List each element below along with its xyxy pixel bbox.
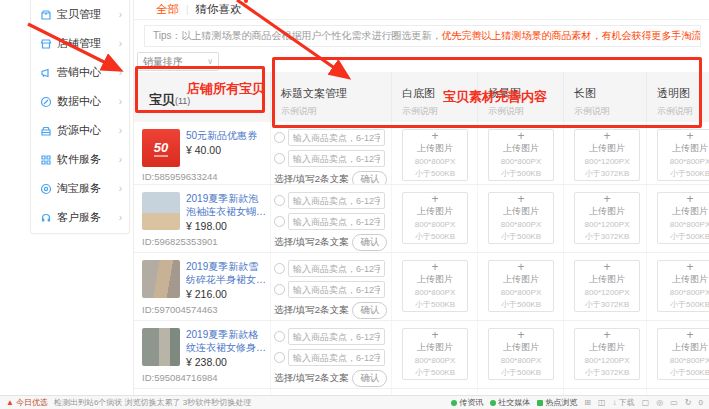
- upload-image-button[interactable]: + 上传图片 800*1200PX 小于3072KB: [574, 328, 640, 380]
- copy-checkbox[interactable]: [274, 284, 285, 295]
- sidebar-item-label: 店铺管理: [57, 36, 119, 51]
- upload-spec-size: 800*1200PX: [585, 220, 630, 230]
- scene-upload-cell: + 上传图片 800*800PX 小于500KB: [478, 321, 564, 388]
- selling-point-input[interactable]: [288, 192, 385, 209]
- upload-spec-size: 800*1200PX: [585, 157, 630, 167]
- upload-label: 上传图片: [417, 205, 453, 218]
- selling-point-input[interactable]: [288, 328, 385, 345]
- upload-image-button[interactable]: + 上传图片 800*800PX 小于500KB: [402, 260, 468, 312]
- upload-spec-size: 800*800PX: [415, 157, 455, 167]
- upload-spec-size: 800*800PX: [670, 356, 709, 366]
- product-thumbnail[interactable]: [142, 328, 180, 366]
- tab-all[interactable]: 全部: [156, 2, 179, 17]
- upload-image-button[interactable]: + 上传图片 800*800PX 小于500KB: [488, 192, 554, 244]
- store-icon: [40, 125, 52, 137]
- confirm-button[interactable]: 确认: [352, 302, 387, 319]
- product-title-link[interactable]: 50元新品优惠券: [186, 129, 257, 142]
- upload-image-button[interactable]: + 上传图片 800*800PX 小于500KB: [657, 328, 709, 380]
- upload-spec-size: 800*800PX: [670, 288, 709, 298]
- shop-icon: [40, 38, 52, 50]
- upload-image-button[interactable]: + 上传图片 800*800PX 小于500KB: [488, 129, 554, 181]
- upload-label: 上传图片: [672, 205, 708, 218]
- long-upload-cell: + 上传图片 800*1200PX 小于3072KB: [564, 185, 647, 252]
- product-title-link[interactable]: 2019夏季新款格纹连衣裙女修身显瘦小众网红款: [186, 328, 266, 354]
- upload-label: 上传图片: [672, 273, 708, 286]
- selling-point-input[interactable]: [288, 150, 385, 167]
- upload-image-button[interactable]: + 上传图片 800*1200PX 小于3072KB: [574, 260, 640, 312]
- product-id: ID:585959633244: [142, 171, 266, 182]
- copy-checkbox[interactable]: [274, 132, 285, 143]
- upload-image-button[interactable]: + 上传图片 800*1200PX 小于3072KB: [574, 192, 640, 244]
- selling-point-input[interactable]: [288, 129, 385, 146]
- window-icon[interactable]: ▭: [670, 398, 678, 407]
- app-icon[interactable]: ◫: [598, 398, 606, 407]
- sidebar-item-data-center[interactable]: 数据中心 ›: [31, 87, 129, 116]
- product-thumbnail[interactable]: [142, 192, 180, 230]
- chevron-right-icon: ›: [119, 67, 122, 78]
- plus-icon: +: [686, 131, 693, 141]
- upload-image-button[interactable]: + 上传图片 800*800PX 小于500KB: [488, 260, 554, 312]
- header-product: 宝贝(11): [134, 72, 271, 122]
- confirm-button[interactable]: 确认: [352, 234, 387, 251]
- sidebar-item-supply-center[interactable]: 货源中心 ›: [31, 116, 129, 145]
- confirm-button[interactable]: 确认: [352, 171, 387, 184]
- sidebar-item-software-service[interactable]: 软件服务 ›: [31, 145, 129, 174]
- upload-image-button[interactable]: + 上传图片 800*800PX 小于500KB: [488, 328, 554, 380]
- copy-checkbox[interactable]: [274, 153, 285, 164]
- tray-item-hot[interactable]: 热点浏览: [537, 397, 577, 408]
- upload-image-button[interactable]: + 上传图片 800*800PX 小于500KB: [402, 129, 468, 181]
- app-icon[interactable]: ⊞: [584, 398, 591, 407]
- plus-icon: +: [603, 131, 610, 141]
- product-thumbnail[interactable]: 50: [142, 129, 180, 167]
- download-icon[interactable]: ↓ 下载: [613, 397, 635, 408]
- plus-icon: +: [517, 194, 524, 204]
- green-square-icon: [537, 400, 543, 406]
- selling-point-input[interactable]: [288, 281, 385, 298]
- upload-image-button[interactable]: + 上传图片 800*800PX 小于500KB: [657, 260, 709, 312]
- upload-label: 上传图片: [503, 273, 539, 286]
- table-body: 50 50元新品优惠券 ¥ 40.00 ID:585959633244: [134, 122, 709, 396]
- upload-image-button[interactable]: + 上传图片 800*800PX 小于500KB: [402, 192, 468, 244]
- selling-point-input[interactable]: [288, 349, 385, 366]
- tray-item-news[interactable]: 传资讯: [451, 397, 483, 408]
- chevron-right-icon: ›: [119, 96, 122, 107]
- plus-icon: +: [517, 262, 524, 272]
- product-title-link[interactable]: 2019夏季新款泡泡袖连衣裙女蝴蝶结短袖T恤中长款: [186, 192, 266, 218]
- sidebar-item-customer-service[interactable]: 客户服务 ›: [31, 203, 129, 232]
- sidebar: 宝贝管理 › 店铺管理 › 营销中心 › 数据中心 › 货源中心 › 软件服务 …: [30, 0, 130, 234]
- white-bg-upload-cell: + 上传图片 800*800PX 小于500KB: [392, 185, 478, 252]
- selling-point-input[interactable]: [288, 213, 385, 230]
- copy-checkbox[interactable]: [274, 263, 285, 274]
- grid-icon: [40, 154, 52, 166]
- app-icon[interactable]: ◎: [656, 398, 663, 407]
- copy-checkbox[interactable]: [274, 331, 285, 342]
- tray-item-social[interactable]: 社交媒体: [490, 397, 530, 408]
- flame-icon: ▲: [6, 398, 14, 407]
- upload-spec-size: 800*800PX: [670, 157, 709, 167]
- table-row: 2019夏季新款格纹连衣裙女修身显瘦小众网红款 ¥ 238.00 ID:5950…: [134, 321, 709, 389]
- copy-checkbox[interactable]: [274, 195, 285, 206]
- sales-sort-dropdown[interactable]: 销量排序 ∨: [137, 52, 219, 71]
- copy-checkbox[interactable]: [274, 216, 285, 227]
- confirm-button[interactable]: 确认: [352, 370, 387, 387]
- upload-image-button[interactable]: + 上传图片 800*800PX 小于500KB: [657, 129, 709, 181]
- copy-checkbox[interactable]: [274, 352, 285, 363]
- product-thumbnail[interactable]: [142, 260, 180, 298]
- product-title-link[interactable]: 2019夏季新款雪纺碎花半身裙女中长款高腰显瘦白: [186, 260, 266, 286]
- selling-point-input[interactable]: [288, 260, 385, 277]
- sidebar-item-taobao-service[interactable]: 淘宝服务 ›: [31, 174, 129, 203]
- refresh-icon[interactable]: ↻: [685, 398, 692, 407]
- app-icon[interactable]: ▢: [642, 398, 650, 407]
- upload-image-button[interactable]: + 上传图片 800*800PX 小于500KB: [402, 328, 468, 380]
- product-cell: 50 50元新品优惠券 ¥ 40.00 ID:585959633244: [134, 122, 271, 184]
- example-note: 示例说明: [574, 105, 646, 118]
- upload-image-button[interactable]: + 上传图片 800*800PX 小于500KB: [657, 192, 709, 244]
- taskbar-brand[interactable]: ▲今日优选: [6, 397, 48, 408]
- sidebar-item-shop-manage[interactable]: 店铺管理 ›: [31, 29, 129, 58]
- header-scene-image: 场景图 示例说明: [478, 72, 564, 122]
- upload-image-button[interactable]: + 上传图片 800*1200PX 小于3072KB: [574, 129, 640, 181]
- sidebar-item-item-manage[interactable]: 宝贝管理 ›: [31, 0, 129, 29]
- tab-guess-you-like[interactable]: 猜你喜欢: [196, 2, 242, 17]
- sidebar-item-marketing-center[interactable]: 营销中心 ›: [31, 58, 129, 87]
- sidebar-item-label: 客户服务: [57, 210, 119, 225]
